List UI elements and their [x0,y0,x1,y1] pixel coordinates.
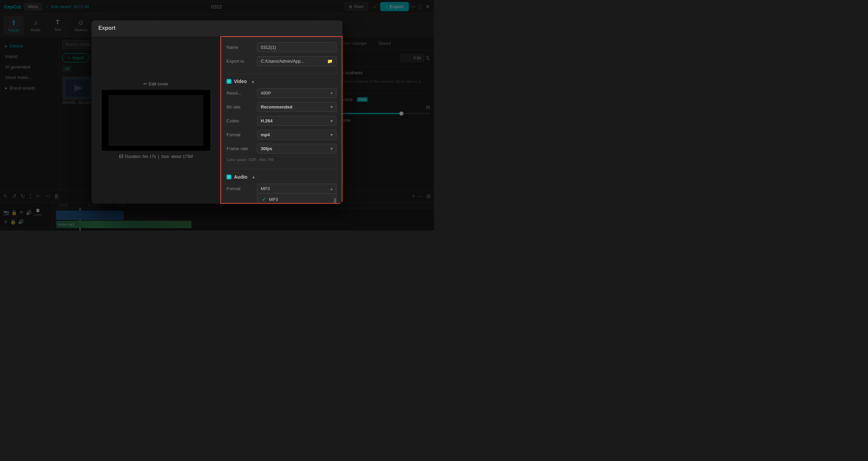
codec-select[interactable]: H.264 ▾ [257,116,336,126]
export-dialog: Export ✏ Edit cover 🎞 Duration: 5m 17s [92,20,342,204]
resolution-select[interactable]: 480P ▾ [257,88,336,98]
svg-rect-18 [108,95,203,146]
size-label: Size: about 173M [161,154,193,159]
section-divider-video [226,74,336,74]
export-name-field: Name [226,42,336,52]
audio-section-header: ✓ Audio ▲ [226,174,336,180]
video-section-label: Video [234,79,247,84]
bitrate-select[interactable]: Recommended ▾ [257,102,336,112]
format-field: Format mp4 ▾ [226,130,336,140]
audio-format-dropdown: ✓ MP3 WAV AAC [257,194,336,204]
duration-label: Duration: 5m 17s [125,154,156,159]
video-section-header: ✓ Video ▲ [226,79,336,84]
framerate-field: Frame rate 30fps ▾ [226,144,336,154]
audio-format-label: Format [226,184,257,191]
audio-option-mp3[interactable]: ✓ MP3 [257,194,336,204]
option-mp3-label: MP3 [269,197,278,202]
codec-label: Codec [226,118,257,123]
format-value: mp4 [261,132,270,137]
export-to-field: Export to C:/Users/Admin/App... 📁 [226,56,336,66]
codec-dropdown-arrow: ▾ [331,119,333,123]
check-icon: ✓ [262,197,266,202]
audio-format-select[interactable]: MP3 ▴ [257,184,336,194]
codec-field: Codec H.264 ▾ [226,116,336,126]
dropdown-scrollbar [334,198,336,204]
section-divider-audio [226,169,336,169]
video-collapse-icon[interactable]: ▲ [251,79,255,84]
resolution-value: 480P [261,91,271,96]
audio-format-value: MP3 [261,186,270,191]
modal-overlay: Export ✏ Edit cover 🎞 Duration: 5m 17s [0,0,434,230]
framerate-select[interactable]: 30fps ▾ [257,144,336,154]
folder-icon: 📁 [327,59,333,64]
export-to-label: Export to [226,59,257,64]
name-label: Name [226,45,257,50]
export-to-value[interactable]: C:/Users/Admin/App... 📁 [257,56,336,66]
film-icon: 🎞 [119,154,123,159]
bitrate-field: Bit rate Recommended ▾ [226,102,336,112]
resolution-label: Resol... [226,91,257,96]
bitrate-label: Bit rate [226,104,257,109]
bitrate-value: Recommended [261,104,292,109]
resolution-field: Resol... 480P ▾ [226,88,336,98]
color-space-text: Color space: SDR - Rec.709 [226,158,336,162]
audio-format-field: Format MP3 ▴ ✓ MP3 [226,184,336,194]
framerate-dropdown-arrow: ▾ [331,146,333,151]
codec-value: H.264 [261,118,273,123]
audio-format-container: MP3 ▴ ✓ MP3 WAV [257,184,336,194]
export-preview-panel: ✏ Edit cover 🎞 Duration: 5m 17s | Size: … [92,36,220,204]
export-dialog-body: ✏ Edit cover 🎞 Duration: 5m 17s | Size: … [92,36,342,204]
audio-section-label: Audio [234,174,248,180]
audio-format-dropdown-arrow: ▴ [331,186,333,191]
export-preview-frame [102,90,210,151]
edit-icon: ✏ [143,81,147,86]
video-checkbox[interactable]: ✓ [226,79,231,84]
framerate-label: Frame rate [226,146,257,151]
name-input[interactable] [257,42,336,52]
audio-collapse-icon[interactable]: ▲ [252,175,256,179]
audio-checkbox[interactable]: ✓ [226,175,231,179]
format-dropdown-arrow: ▾ [331,133,333,137]
export-dialog-title: Export [92,20,342,36]
bitrate-dropdown-arrow: ▾ [331,105,333,109]
format-label: Format [226,132,257,137]
resolution-dropdown-arrow: ▾ [331,91,333,96]
framerate-value: 30fps [261,146,272,151]
edit-cover-button[interactable]: ✏ Edit cover [143,81,169,86]
format-select[interactable]: mp4 ▾ [257,130,336,140]
export-settings-panel: Name Export to C:/Users/Admin/App... 📁 ✓… [220,36,342,204]
export-info: 🎞 Duration: 5m 17s | Size: about 173M [119,154,193,159]
